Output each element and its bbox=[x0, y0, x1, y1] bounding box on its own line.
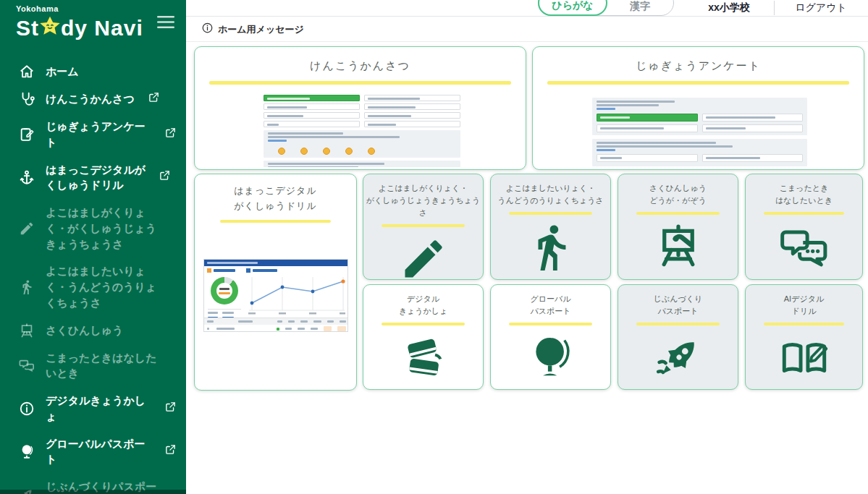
brand-region-label: Yokohama bbox=[16, 4, 143, 13]
easel-brush-icon bbox=[618, 222, 738, 270]
sidebar-item-label: よこはましがくりょく・がくしゅうじょうきょうちょうさ bbox=[46, 205, 161, 252]
card-title: こまったとき はなしたいとき bbox=[746, 182, 862, 207]
card-title: デジタル きょうかしょ bbox=[363, 293, 483, 318]
sidebar-item-label: じゅぎょうアンケート bbox=[46, 119, 151, 150]
sidebar-item-talk-when-troubled[interactable]: こまったときはなしたいとき bbox=[0, 344, 186, 388]
card-title: けんこうかんさつ bbox=[195, 59, 526, 73]
script-toggle: ひらがな 漢字 bbox=[538, 0, 674, 16]
card-title: よこはましたいりょく・ うんどうのうりょくちょうさ bbox=[491, 182, 610, 207]
sidebar-item-health-check[interactable]: けんこうかんさつ bbox=[0, 85, 186, 113]
yellow-underline bbox=[382, 224, 465, 227]
sidebar-bottom-shade bbox=[0, 490, 186, 494]
external-link-icon bbox=[165, 443, 176, 459]
sidebar-item-label: グローバルパスポート bbox=[46, 436, 151, 468]
home-icon bbox=[17, 64, 36, 80]
info-circle-icon bbox=[202, 22, 213, 36]
star-face-icon bbox=[39, 13, 61, 42]
home-message-header: ホーム用メッセージ bbox=[186, 17, 868, 42]
card-self-making-passport[interactable]: じぶんづくり パスポート bbox=[618, 284, 738, 390]
sidebar-nav: ホーム けんこうかんさつ じゅぎょうアンケート はまっこデジタルがくしゅうドリル… bbox=[0, 58, 186, 494]
yellow-underline bbox=[509, 323, 592, 325]
anchor-icon bbox=[17, 169, 36, 185]
rocket-icon bbox=[618, 333, 738, 383]
yellow-underline bbox=[509, 212, 592, 215]
sidebar-item-label: こまったときはなしたいとき bbox=[46, 350, 161, 382]
yellow-underline bbox=[547, 81, 849, 85]
books-icon bbox=[363, 333, 483, 383]
toggle-kanji[interactable]: 漢字 bbox=[607, 0, 673, 15]
sidebar-item-label: けんこうかんさつ bbox=[46, 91, 135, 107]
sidebar-item-hamakko-drill[interactable]: はまっこデジタルがくしゅうドリル bbox=[0, 156, 186, 200]
card-hamakko-drill[interactable]: はまっこデジタル がくしゅうドリル bbox=[194, 174, 357, 391]
sidebar-item-label: さくひんしゅう bbox=[46, 323, 123, 338]
sidebar-item-digital-textbook[interactable]: デジタルきょうかしょ bbox=[0, 387, 186, 430]
app-window: Yokohama Stdy Navi ホーム けんこうかんさつ じ bbox=[0, 0, 868, 494]
card-title: じぶんづくり パスポート bbox=[618, 293, 738, 318]
globe-icon bbox=[491, 333, 610, 380]
info-circle-icon bbox=[17, 401, 36, 417]
sidebar-item-label: ホーム bbox=[46, 64, 79, 80]
card-title: じゅぎょうアンケート bbox=[533, 59, 864, 73]
logout-button[interactable]: ログアウト bbox=[781, 0, 861, 15]
card-works-collection[interactable]: さくひんしゅう どうが・がぞう bbox=[618, 174, 738, 280]
brand: Yokohama Stdy Navi bbox=[0, 0, 186, 42]
card-ai-digital-drill[interactable]: AIデジタル ドリル bbox=[745, 284, 863, 390]
card-title: AIデジタル ドリル bbox=[746, 293, 862, 318]
line-chart bbox=[245, 274, 346, 316]
stethoscope-icon bbox=[17, 91, 36, 107]
card-class-survey[interactable]: じゅぎょうアンケート bbox=[532, 46, 864, 170]
yellow-underline bbox=[636, 212, 720, 215]
card-global-passport[interactable]: グローバル パスポート bbox=[490, 284, 611, 390]
external-link-icon bbox=[165, 401, 176, 417]
globe-icon bbox=[17, 443, 36, 459]
chat-bubbles-icon bbox=[746, 222, 862, 273]
card-title: はまっこデジタル がくしゅうドリル bbox=[195, 184, 356, 214]
sidebar-item-academic-survey[interactable]: よこはましがくりょく・がくしゅうじょうきょうちょうさ bbox=[0, 199, 186, 257]
sidebar-item-label: よこはましたいりょく・うんどうのうりょくちょうさ bbox=[46, 263, 161, 310]
sidebar-item-label: デジタルきょうかしょ bbox=[46, 393, 151, 425]
menu-hamburger-icon[interactable] bbox=[157, 16, 174, 32]
health-form-thumbnail bbox=[264, 95, 460, 167]
toggle-hiragana[interactable]: ひらがな bbox=[538, 0, 607, 16]
sidebar-item-class-survey[interactable]: じゅぎょうアンケート bbox=[0, 113, 186, 156]
yellow-underline bbox=[764, 212, 844, 215]
sidebar-item-home[interactable]: ホーム bbox=[0, 58, 186, 85]
card-title: よこはましがくりょく・ がくしゅうじょうきょうちょうさ bbox=[363, 182, 483, 219]
card-academic-survey[interactable]: よこはましがくりょく・ がくしゅうじょうきょうちょうさ bbox=[363, 174, 484, 280]
pencil-icon bbox=[363, 234, 483, 284]
topbar: ひらがな 漢字 xx小学校 ログアウト bbox=[186, 0, 868, 17]
app-logo: Stdy Navi bbox=[16, 13, 143, 42]
card-health-check[interactable]: けんこうかんさつ bbox=[194, 46, 526, 170]
yellow-underline bbox=[382, 323, 465, 325]
easel-icon bbox=[17, 323, 36, 338]
external-link-icon bbox=[159, 169, 170, 185]
runner-icon bbox=[17, 279, 36, 295]
card-title: グローバル パスポート bbox=[491, 293, 610, 318]
sidebar-item-works-collection[interactable]: さくひんしゅう bbox=[0, 317, 186, 344]
runner-icon bbox=[491, 222, 610, 273]
sidebar: Yokohama Stdy Navi ホーム けんこうかんさつ じ bbox=[0, 0, 186, 494]
yellow-underline bbox=[764, 323, 844, 325]
sidebar-item-label: はまっこデジタルがくしゅうドリル bbox=[46, 162, 150, 194]
pencil-icon bbox=[17, 221, 36, 237]
drill-dashboard-thumbnail bbox=[203, 259, 348, 332]
external-link-icon bbox=[148, 91, 159, 107]
yellow-underline bbox=[209, 81, 511, 85]
survey-form-thumbnail bbox=[592, 98, 807, 166]
yellow-underline bbox=[636, 323, 720, 325]
card-fitness-survey[interactable]: よこはましたいりょく・ うんどうのうりょくちょうさ bbox=[490, 174, 611, 280]
sidebar-item-global-passport[interactable]: グローバルパスポート bbox=[0, 430, 186, 474]
card-digital-textbook[interactable]: デジタル きょうかしょ bbox=[363, 284, 484, 390]
card-talk-when-troubled[interactable]: こまったとき はなしたいとき bbox=[745, 174, 863, 280]
section-title: ホーム用メッセージ bbox=[218, 23, 304, 36]
topbar-divider bbox=[774, 1, 775, 15]
chat-bubbles-icon bbox=[17, 357, 36, 373]
open-book-pencil-icon bbox=[746, 333, 862, 383]
clipboard-pencil-icon bbox=[17, 127, 36, 142]
external-link-icon bbox=[165, 127, 176, 142]
card-title: さくひんしゅう どうが・がぞう bbox=[618, 182, 738, 207]
main-content: ひらがな 漢字 xx小学校 ログアウト ホーム用メッセージ けんこうかんさつ bbox=[186, 0, 868, 494]
school-name: xx小学校 bbox=[686, 0, 772, 15]
sidebar-item-fitness-survey[interactable]: よこはましたいりょく・うんどうのうりょくちょうさ bbox=[0, 257, 186, 316]
yellow-underline bbox=[220, 220, 331, 223]
